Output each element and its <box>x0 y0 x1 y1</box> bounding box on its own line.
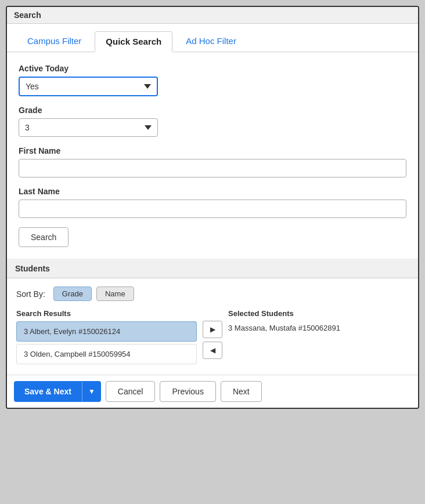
selected-item: 3 Massana, Mustafa #150062891 <box>228 321 409 335</box>
cancel-button[interactable]: Cancel <box>106 381 156 402</box>
active-today-group: Active Today Yes No <box>19 64 406 96</box>
active-today-label: Active Today <box>19 64 406 73</box>
tab-quick-search[interactable]: Quick Search <box>95 31 172 52</box>
tabs-bar: Campus Filter Quick Search Ad Hoc Filter <box>7 24 418 52</box>
arrow-left-icon: ◀ <box>210 346 215 354</box>
first-name-input[interactable] <box>19 159 406 177</box>
save-next-dropdown-icon[interactable]: ▼ <box>82 382 101 401</box>
previous-button[interactable]: Previous <box>160 381 215 402</box>
search-button[interactable]: Search <box>19 227 69 247</box>
students-header: Students <box>7 259 418 278</box>
grade-group: Grade 1 2 3 4 5 6 <box>19 106 406 137</box>
footer: Save & Next ▼ Cancel Previous Next <box>7 375 418 408</box>
first-name-group: First Name <box>19 146 406 177</box>
transfer-buttons: ▶ ◀ <box>203 309 222 359</box>
sort-grade-button[interactable]: Grade <box>53 287 92 301</box>
search-title: Search <box>14 10 41 20</box>
tab-campus-filter[interactable]: Campus Filter <box>16 31 92 52</box>
grade-label: Grade <box>19 106 406 115</box>
transfer-left-button[interactable]: ◀ <box>203 342 222 359</box>
result-item[interactable]: 3 Olden, Campbell #150059954 <box>16 344 197 364</box>
active-today-select[interactable]: Yes No <box>19 77 158 96</box>
students-section: Students <box>7 259 418 278</box>
next-button[interactable]: Next <box>221 381 262 402</box>
search-body: Active Today Yes No Grade 1 2 3 4 5 6 Fi… <box>7 52 418 259</box>
transfer-right-button[interactable]: ▶ <box>203 321 222 338</box>
search-results-col: Search Results 3 Albert, Evelyn #1500261… <box>16 309 197 367</box>
search-header: Search <box>7 7 418 24</box>
last-name-label: Last Name <box>19 187 406 196</box>
sort-row: Sort By: Grade Name <box>16 287 409 301</box>
first-name-label: First Name <box>19 146 406 155</box>
sort-name-button[interactable]: Name <box>96 287 134 301</box>
result-item[interactable]: 3 Albert, Evelyn #150026124 <box>16 321 197 342</box>
tab-ad-hoc-filter[interactable]: Ad Hoc Filter <box>175 31 247 52</box>
search-results-label: Search Results <box>16 309 197 318</box>
selected-students-col: Selected Students 3 Massana, Mustafa #15… <box>228 309 409 335</box>
save-next-button[interactable]: Save & Next ▼ <box>14 381 101 402</box>
last-name-input[interactable] <box>19 200 406 218</box>
results-area: Search Results 3 Albert, Evelyn #1500261… <box>16 309 409 367</box>
arrow-right-icon: ▶ <box>210 325 215 333</box>
main-window: Search Campus Filter Quick Search Ad Hoc… <box>6 6 419 409</box>
grade-select[interactable]: 1 2 3 4 5 6 <box>19 118 158 137</box>
selected-students-label: Selected Students <box>228 309 409 318</box>
save-next-label: Save & Next <box>14 381 82 402</box>
students-body: Sort By: Grade Name Search Results 3 Alb… <box>7 278 418 375</box>
last-name-group: Last Name <box>19 187 406 218</box>
sort-by-label: Sort By: <box>16 289 45 299</box>
